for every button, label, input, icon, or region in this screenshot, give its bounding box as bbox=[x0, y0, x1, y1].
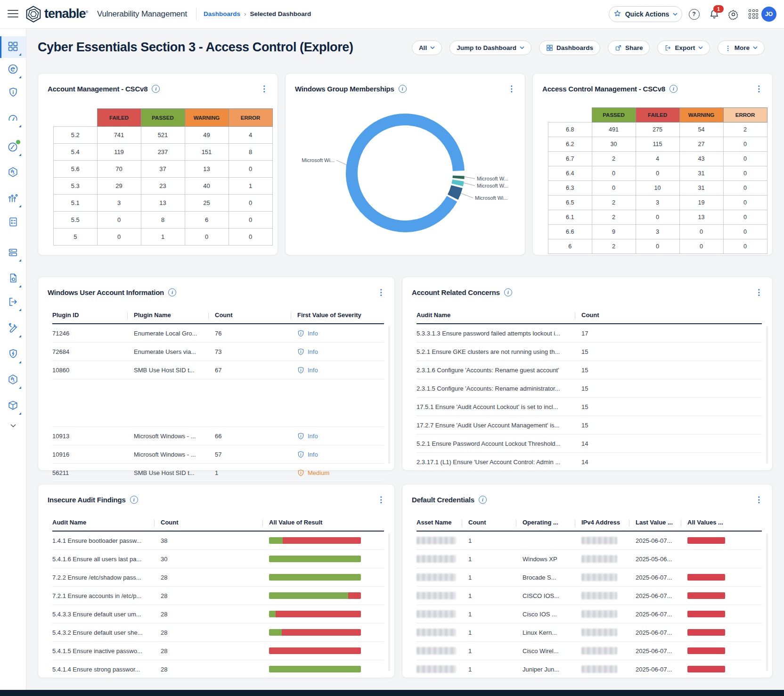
info-icon[interactable]: i bbox=[504, 288, 512, 296]
scrollbar[interactable] bbox=[388, 326, 390, 464]
sidebar-item-compass[interactable] bbox=[0, 137, 26, 158]
widget-menu-button[interactable]: ⋮ bbox=[374, 287, 388, 297]
column-header[interactable]: Count bbox=[215, 311, 297, 319]
matrix-cell: 3 bbox=[97, 195, 141, 212]
matrix-cell: 0 bbox=[229, 161, 272, 178]
settings-button[interactable] bbox=[727, 8, 739, 20]
sidebar-item-hexagon-cube-2[interactable] bbox=[0, 369, 26, 391]
info-icon[interactable]: i bbox=[168, 288, 176, 296]
dashboards-button[interactable]: Dashboards bbox=[539, 41, 600, 55]
table-row: 56211SMB Use Host SID t...1Medium bbox=[52, 464, 384, 482]
column-header[interactable]: Count bbox=[581, 311, 762, 319]
table-header-row: Asset NameCountOperating ...IPv4 Address… bbox=[416, 514, 762, 532]
sidebar-item-checklist[interactable] bbox=[0, 212, 26, 234]
sidebar-collapse-button[interactable] bbox=[0, 416, 26, 437]
count-cell: 15 bbox=[581, 348, 762, 355]
scrollbar[interactable] bbox=[388, 533, 390, 671]
info-icon[interactable]: i bbox=[130, 496, 138, 504]
widget-menu-button[interactable]: ⋮ bbox=[505, 84, 518, 94]
plugin-name-cell: Enumerate Users via... bbox=[134, 348, 215, 355]
failed-result-bar bbox=[687, 537, 725, 544]
jump-to-dashboard-button[interactable]: Jump to Dashboard bbox=[449, 41, 531, 55]
audit-name-cell: 5.4.1.5 Ensure inactive passwo... bbox=[52, 647, 161, 655]
column-header[interactable]: Operating ... bbox=[523, 519, 581, 526]
audit-name-cell: 2.3.1.6 Configure 'Accounts: Rename gues… bbox=[416, 367, 581, 374]
empty-row bbox=[52, 379, 384, 427]
matrix-row: 5.32923401 bbox=[54, 178, 273, 195]
info-icon[interactable]: i bbox=[670, 85, 678, 93]
more-button[interactable]: ⋮ More bbox=[718, 41, 765, 55]
matrix-row: 5.41192371518 bbox=[54, 144, 273, 161]
column-header[interactable]: IPv4 Address bbox=[581, 519, 636, 526]
count-cell: 1 bbox=[468, 647, 523, 655]
matrix-column-header: FAILED bbox=[636, 108, 679, 123]
matrix-cell: 491 bbox=[592, 123, 636, 137]
matrix-cell: 70 bbox=[97, 161, 141, 178]
sidebar-item-shield-flash[interactable] bbox=[0, 344, 26, 366]
sidebar-item-hexagon-cube[interactable] bbox=[0, 162, 26, 184]
share-button[interactable]: Share bbox=[608, 41, 650, 55]
sidebar-item-chart-nodes[interactable] bbox=[0, 188, 26, 210]
donut-slice[interactable] bbox=[351, 119, 458, 226]
matrix-cell: 0 bbox=[636, 166, 679, 181]
column-header[interactable]: Last Value ... bbox=[636, 519, 687, 526]
sidebar-item-target-e[interactable] bbox=[0, 59, 26, 81]
avatar[interactable]: JO bbox=[761, 7, 776, 22]
apps-launcher-button[interactable] bbox=[747, 8, 760, 20]
widget-menu-button[interactable]: ⋮ bbox=[257, 84, 271, 94]
scrollbar[interactable] bbox=[766, 326, 768, 464]
last-value-cell: 2025-06-07... bbox=[636, 537, 687, 544]
donut-slice[interactable] bbox=[457, 180, 458, 185]
redacted-asset-name bbox=[416, 629, 456, 636]
column-header[interactable]: All Values ... bbox=[687, 519, 762, 526]
sidebar-item-export-arrow[interactable] bbox=[0, 292, 26, 313]
passed-segment bbox=[269, 574, 361, 581]
quick-actions-button[interactable]: Quick Actions bbox=[609, 6, 682, 22]
matrix-cell: 0 bbox=[636, 210, 679, 225]
info-icon[interactable]: i bbox=[479, 496, 487, 504]
column-header[interactable]: Audit Name bbox=[52, 519, 161, 526]
widget-menu-button[interactable]: ⋮ bbox=[752, 495, 766, 505]
widget-menu-button[interactable]: ⋮ bbox=[752, 84, 766, 94]
table-row: 5.2.1 Ensure Password Account Lockout Th… bbox=[416, 434, 762, 453]
sidebar-item-gauge[interactable] bbox=[0, 108, 26, 130]
submenu-indicator-icon bbox=[19, 259, 21, 262]
sidebar-item-shield-info[interactable] bbox=[0, 82, 26, 104]
sidebar-item-tools[interactable] bbox=[0, 318, 26, 340]
widget-menu-button[interactable]: ⋮ bbox=[752, 287, 766, 297]
info-icon[interactable]: i bbox=[152, 85, 160, 93]
column-header[interactable]: Count bbox=[468, 519, 523, 526]
sidebar-item-package-box[interactable] bbox=[0, 395, 26, 417]
notifications-button[interactable]: 1 bbox=[708, 8, 720, 20]
column-header[interactable]: First Value of Severity bbox=[297, 311, 384, 319]
asset-name-cell bbox=[416, 573, 468, 581]
column-header[interactable]: Plugin ID bbox=[52, 311, 134, 319]
hamburger-menu-icon[interactable] bbox=[8, 10, 18, 18]
column-header[interactable]: Audit Name bbox=[416, 311, 581, 319]
help-button[interactable]: ? bbox=[688, 8, 700, 20]
breadcrumb-dashboards-link[interactable]: Dashboards bbox=[204, 10, 240, 17]
sidebar-item-grid-dashboard[interactable] bbox=[0, 36, 26, 58]
tenable-logo-icon bbox=[24, 5, 42, 25]
matrix-row-label: 6.6 bbox=[548, 225, 592, 239]
sidebar-item-document-scan[interactable] bbox=[0, 268, 26, 290]
widget-menu-button[interactable]: ⋮ bbox=[374, 495, 388, 505]
all-values-cell bbox=[687, 629, 762, 636]
kebab-menu-icon: ⋮ bbox=[725, 44, 731, 52]
redacted-ipv4-address bbox=[581, 592, 617, 599]
filter-all-button[interactable]: All bbox=[412, 41, 442, 55]
column-header[interactable]: Count bbox=[161, 519, 269, 526]
donut-slice[interactable] bbox=[453, 187, 457, 197]
column-header[interactable]: All Value of Result bbox=[269, 519, 384, 526]
column-header[interactable]: Asset Name bbox=[416, 519, 468, 526]
matrix-cell: 25 bbox=[185, 195, 229, 212]
matrix-cell: 13 bbox=[185, 161, 229, 178]
column-header[interactable]: Plugin Name bbox=[134, 311, 215, 319]
export-button[interactable]: Export bbox=[657, 41, 710, 55]
submenu-indicator-icon bbox=[19, 361, 21, 363]
matrix-cell: 0 bbox=[592, 181, 636, 196]
audit-name-cell: 5.4.1.4 Ensure strong passwor... bbox=[52, 666, 161, 673]
sidebar-item-stacked-cards[interactable] bbox=[0, 242, 26, 264]
scrollbar[interactable] bbox=[766, 533, 768, 671]
info-icon[interactable]: i bbox=[399, 85, 407, 93]
